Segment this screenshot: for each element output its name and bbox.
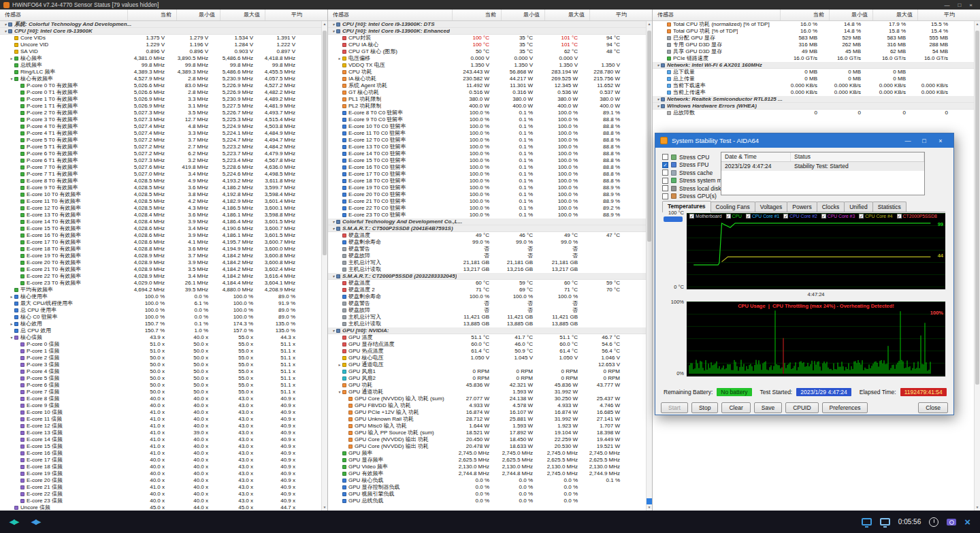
sensor-row[interactable]: E-core 10 倍频41.0 x40.0 x43.0 x40.9 x <box>0 409 321 416</box>
sensor-row[interactable]: GPU 热点温度61.4 °C50.9 °C61.4 °C56.4 °C <box>328 348 646 355</box>
sensor-row[interactable]: E-core 17 倍频40.0 x40.0 x43.0 x40.9 x <box>0 457 321 464</box>
checkbox-icon[interactable]: ✓ <box>821 214 826 219</box>
sensor-row[interactable]: Total CPU 功耗 (normalized) [% of TDP]16.0… <box>653 21 974 28</box>
sensor-row[interactable]: GPU 总线负载0.0 %0.0 %0.0 % <box>328 498 646 504</box>
sensor-row[interactable]: GPU Core (NVVDD) 输出 功耗20.450 W18.450 W22… <box>328 436 646 443</box>
checkbox-icon[interactable] <box>662 178 668 184</box>
sensor-row[interactable]: ▾核心倍频43.9 x40.0 x55.0 x44.3 x <box>0 334 321 341</box>
sensor-row[interactable]: GPU 显存频率2,625.5 MHz2,625.5 MHz2,625.5 MH… <box>328 457 646 464</box>
sensor-row[interactable]: P-core 5 倍频50.0 x50.0 x55.0 x51.1 x <box>0 375 321 382</box>
sensor-row[interactable]: E-core 9 倍频40.0 x40.0 x43.0 x40.9 x <box>0 402 321 409</box>
close-icon[interactable]: × <box>969 2 973 8</box>
sensor-row[interactable]: 硬盘温度49 °C46 °C49 °C47 °C <box>328 232 646 239</box>
checkbox-icon[interactable] <box>662 193 668 199</box>
sensor-row[interactable]: E-core 8 T0 有效频率4,028.5 MHz4.9 MHz4,193.… <box>0 178 321 184</box>
sensor-row[interactable]: 总线频率99.8 MHz99.8 MHz99.8 MHz99.8 MHz <box>0 62 321 69</box>
tab-unified[interactable]: Unified <box>844 201 872 212</box>
sensor-row[interactable]: 专用 GPU D3D 显存316 MB262 MB316 MB288 MB <box>653 42 974 48</box>
sensor-row[interactable]: 硬盘温度60 °C59 °C60 °C59 °C <box>328 280 646 287</box>
stop-button[interactable]: Stop <box>691 402 719 413</box>
sensor-row[interactable]: IA 核心功耗230.582 W44.217 W269.525 W215.756… <box>328 76 646 82</box>
scroll-up-icon[interactable]: ▲ <box>975 21 980 27</box>
sensor-row[interactable]: E-core 8 T0 C0 驻留率100.0 %0.1 %100.0 %89.… <box>328 110 646 116</box>
sensor-row[interactable]: 主机总计读取13,217 GB13,216 GB13,217 GB <box>328 266 646 273</box>
section-row[interactable]: ▾CPU [#0]: Intel Core i9-13900K: Enhance… <box>328 28 646 35</box>
sensor-row[interactable]: E-core 12 T0 C0 驻留率100.0 %0.1 %100.0 %88… <box>328 137 646 144</box>
sensor-row[interactable]: GPU 有效频率2,744.8 MHz2,744.8 MHz2,745.0 MH… <box>328 470 646 477</box>
legend-item[interactable]: ✓CT2000P5SSD8 <box>897 214 937 219</box>
column-header-min[interactable]: 最小值 <box>501 10 544 20</box>
sensor-row[interactable]: E-core 12 T0 有效频率4,028.5 MHz4.3 MHz4,186… <box>0 205 321 212</box>
sensor-row[interactable]: 硬盘剩余寿命99.0 %99.0 %99.0 % <box>328 239 646 246</box>
camera-tray-icon[interactable] <box>947 519 956 526</box>
close-button[interactable]: Close <box>918 402 948 413</box>
sensor-row[interactable]: E-core 19 T0 有效频率4,028.9 MHz3.7 MHz4,184… <box>0 253 321 259</box>
column-header-sensor[interactable]: 传感器 <box>0 10 127 20</box>
sensor-row[interactable]: P-core 1 倍频51.0 x50.0 x55.0 x51.1 x <box>0 348 321 355</box>
scrollbar[interactable]: ▲ ▼ <box>321 21 327 511</box>
section-row[interactable]: ▾Colorful Technology And Development Co.… <box>328 219 646 225</box>
sensor-row[interactable]: P-core 4 倍频50.0 x50.0 x55.0 x51.1 x <box>0 368 321 375</box>
sensor-row[interactable]: P-core 7 T1 有效频率5,027.0 MHz3.4 MHz5,224.… <box>0 171 321 178</box>
legend-item[interactable]: ✓CPU Core #2 <box>783 214 817 219</box>
checkbox-icon[interactable]: ✓ <box>689 214 694 219</box>
sensor-row[interactable]: 核心 C0 驻留率100.0 %0.0 %100.0 %89.0 % <box>0 314 321 321</box>
checkbox-icon[interactable] <box>662 169 668 176</box>
minimize-icon[interactable]: — <box>900 138 916 144</box>
legend-item[interactable]: ✓CPU Core #1 <box>746 214 779 219</box>
sensor-row[interactable]: 总 CPU 使用率100.0 %0.0 %100.0 %89.0 % <box>0 307 321 314</box>
sensor-row[interactable]: 平均有效频率4,694.2 MHz39.5 MHz4,880.0 MHz4,20… <box>0 287 321 293</box>
sensor-row[interactable]: P-core 3 倍频50.0 x50.0 x55.0 x51.1 x <box>0 361 321 368</box>
sensor-row[interactable]: P-core 2 倍频50.0 x50.0 x55.0 x51.1 x <box>0 355 321 361</box>
display-tray-icon[interactable] <box>862 518 872 526</box>
maximize-icon[interactable]: □ <box>958 2 961 8</box>
display-settings-tray-icon[interactable] <box>880 518 890 526</box>
column-header-avg[interactable]: 平均 <box>265 10 307 20</box>
sensor-row[interactable]: E-core 11 T0 有效频率4,028.5 MHz4.2 MHz4,182… <box>0 198 321 205</box>
cpuid-button[interactable]: CPUID <box>785 402 818 413</box>
tab-statistics[interactable]: Statistics <box>872 201 906 212</box>
column-header-sensor[interactable]: 传感器 <box>653 10 780 20</box>
sensor-row[interactable]: ▸核心效用150.7 %0.1 %174.3 %135.0 % <box>0 321 321 327</box>
minimize-icon[interactable]: — <box>944 2 949 8</box>
sensor-row[interactable]: P-core 6 T0 有效频率5,027.2 MHz6.2 MHz5,223.… <box>0 150 321 157</box>
tab-cooling-fans[interactable]: Cooling Fans <box>710 201 755 212</box>
log-row[interactable]: 2023/1/29 4:47:24Stability Test: Started <box>721 162 924 171</box>
sensor-row[interactable]: E-core 23 T0 有效频率4,029.0 MHz26.1 MHz4,18… <box>0 280 321 287</box>
sensor-row[interactable]: Ring/LLC 频率4,389.3 MHz4,389.3 MHz5,486.6… <box>0 69 321 76</box>
aida64-titlebar[interactable]: System Stability Test - AIDA64 — □ × <box>655 133 953 148</box>
sensor-row[interactable]: GPU 核心负载0.0 %0.0 %0.0 %0.1 % <box>328 477 646 484</box>
sensor-row[interactable]: 总故障数0000 <box>653 110 974 116</box>
scroll-thumb[interactable] <box>975 31 979 385</box>
column-header-sensor[interactable]: 传感器 <box>328 10 452 20</box>
sensor-row[interactable]: 总 CPU 效用150.7 %1.0 %157.0 %135.0 % <box>0 327 321 334</box>
sensor-row[interactable]: E-core 19 T0 C0 驻留率100.0 %0.1 %100.0 %88… <box>328 184 646 191</box>
sensor-row[interactable]: E-core 22 倍频40.0 x40.0 x43.0 x40.9 x <box>0 491 321 498</box>
sensor-row[interactable]: GT 核心功耗0.516 W0.316 W0.536 W0.537 W <box>328 89 646 96</box>
sensor-row[interactable]: 主机总计写入11,421 GB11,421 GB11,421 GB <box>328 314 646 321</box>
sensor-row[interactable]: P-core 0 倍频51.0 x50.0 x55.0 x51.1 x <box>0 341 321 348</box>
sensor-row[interactable]: E-core 21 T0 C0 驻留率100.0 %0.1 %100.0 %88… <box>328 198 646 205</box>
sensor-row[interactable]: ▸GPU 通道电压12.653 V <box>328 361 646 368</box>
column-header-avg[interactable]: 平均 <box>589 10 632 20</box>
sensor-row[interactable]: Core VIDs1.375 V1.279 V1.534 V1.391 V <box>0 35 321 42</box>
sensor-row[interactable]: E-core 11 倍频41.0 x40.0 x43.0 x40.9 x <box>0 416 321 423</box>
scroll-up-icon[interactable]: ▲ <box>322 21 327 27</box>
sensor-row[interactable]: E-core 10 T0 C0 驻留率100.0 %0.1 %100.0 %88… <box>328 123 646 130</box>
section-row[interactable]: ▾CPU [#0]: Intel Core i9-13900K: DTS <box>328 21 646 28</box>
sensor-row[interactable]: E-core 15 T0 C0 驻留率100.0 %0.1 %100.0 %88… <box>328 157 646 164</box>
sensor-row[interactable]: 共享 GPU D3D 显存49 MB45 MB62 MB54 MB <box>653 48 974 55</box>
column-header-current[interactable]: 当前 <box>780 10 829 20</box>
sensor-row[interactable]: 总下载量0 MB0 MB0 MB <box>653 69 974 76</box>
sensor-row[interactable]: GPU Unknown Rail 功耗28.712 W25.881 W31.99… <box>328 416 646 423</box>
sensor-row[interactable]: Uncore 倍频45.0 x44.0 x45.0 x44.7 x <box>0 504 321 511</box>
sensor-row[interactable]: P-core 0 T0 有效频率5,026.6 MHz83.0 MHz5,226… <box>0 82 321 89</box>
sensor-row[interactable]: E-core 18 倍频40.0 x40.0 x43.0 x40.9 x <box>0 464 321 470</box>
sensor-row[interactable]: SA VID0.896 V0.896 V0.903 V0.897 V <box>0 48 321 55</box>
sensor-row[interactable]: ▾核心有效频率4,527.9 MHz2.8 MHz5,230.9 MHz4,05… <box>0 76 321 82</box>
sensor-row[interactable]: CPU GT 核心 (图形)50 °C35 °C62 °C48 °C <box>328 48 646 55</box>
sensor-row[interactable]: 最大 CPU/线程使用率100.0 %6.1 %100.0 %91.9 % <box>0 300 321 307</box>
sensor-row[interactable]: P-core 2 T0 有效频率5,027.3 MHz3.5 MHz5,226.… <box>0 110 321 116</box>
sensor-row[interactable]: E-core 13 T0 C0 驻留率100.0 %0.1 %100.0 %88… <box>328 144 646 150</box>
sensor-row[interactable]: E-core 9 T0 C0 驻留率100.0 %0.1 %100.0 %88.… <box>328 116 646 123</box>
